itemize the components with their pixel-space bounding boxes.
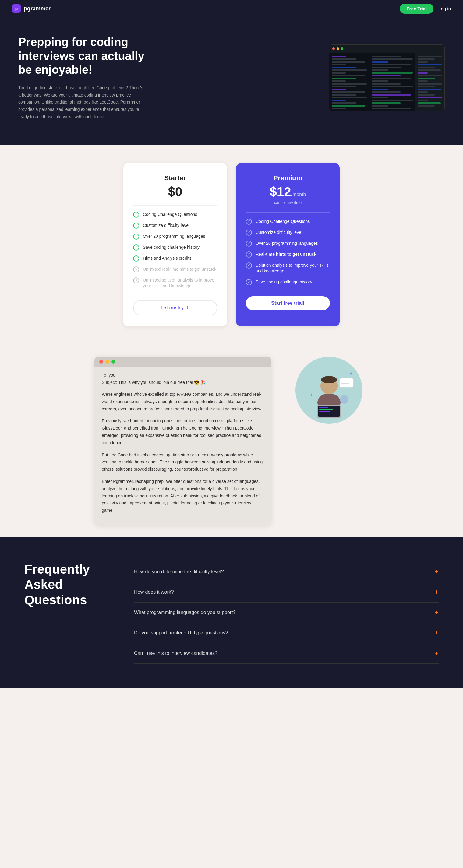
svg-text:+: + <box>310 392 313 397</box>
logo: p pgrammer <box>12 4 51 13</box>
faq-question-3: What programming languages do you suppor… <box>134 610 236 615</box>
feature-label: Solution analysis to improve your skills… <box>256 262 330 274</box>
dot-yellow <box>337 48 339 50</box>
premium-amount: $12 <box>270 185 291 199</box>
premium-feature-history: ✓ Save coding challenge history <box>246 279 330 285</box>
faq-question-2: How does it work? <box>134 589 174 595</box>
feature-label: Hints and Analysis credits <box>143 255 192 261</box>
starter-title: Starter <box>133 174 217 182</box>
nav-actions: Free Trial Log in <box>400 4 451 14</box>
check-icon: ✓ <box>133 212 139 218</box>
email-paragraph-1: We're engineers who've excelled at top F… <box>102 391 264 412</box>
premium-cancel-text: cancel any time <box>246 200 330 205</box>
premium-period: /month <box>291 192 306 197</box>
free-trial-button[interactable]: Free Trial <box>400 4 433 14</box>
screenshot-panel-right <box>415 53 444 111</box>
faq-question-1: How do you determine the difficulty leve… <box>134 569 224 575</box>
premium-cta-button[interactable]: Start free trial! <box>246 296 330 310</box>
screenshot-panel-mid <box>370 53 415 111</box>
svg-rect-9 <box>340 378 353 387</box>
premium-feature-coding: ✓ Coding Challenge Questions <box>246 219 330 225</box>
faq-question-4: Do you support frontend UI type question… <box>134 630 228 636</box>
illustration-circle: + + <box>295 357 363 424</box>
faq-item-5[interactable]: Can I use this to interview candidates? … <box>134 643 439 664</box>
email-subject: Subject: This is why you should join our… <box>102 380 264 385</box>
check-icon: ✓ <box>246 262 252 269</box>
hero-section: Prepping for coding interviews can actua… <box>0 17 463 145</box>
cross-icon: ✕ <box>133 277 139 283</box>
email-paragraph-4: Enter Pgrammer, reshaping prep. We offer… <box>102 478 264 514</box>
cross-icon: ✕ <box>133 267 139 273</box>
faq-question-5: Can I use this to interview candidates? <box>134 651 218 656</box>
svg-text:+: + <box>350 371 352 376</box>
feature-coding-questions: ✓ Coding Challenge Questions <box>133 212 217 218</box>
faq-section: Frequently Asked Questions How do you de… <box>0 537 463 688</box>
starter-cta-button[interactable]: Let me try it! <box>133 300 217 315</box>
feature-difficulty: ✓ Customize difficulty level <box>133 222 217 229</box>
feature-unlimited-analysis: ✕ Unlimited solution analysis to improve… <box>133 277 217 289</box>
feature-hints-credits: ✓ Hints and Analysis credits <box>133 255 217 261</box>
premium-feature-languages: ✓ Over 20 programming languages <box>246 241 330 247</box>
svg-point-2 <box>321 376 337 383</box>
dot-green <box>341 48 343 50</box>
dot-red <box>332 48 335 50</box>
premium-title: Premium <box>246 174 330 182</box>
email-paragraph-2: Previously, we hunted for coding questio… <box>102 417 264 446</box>
faq-plus-icon-2: + <box>435 588 439 596</box>
faq-plus-icon-5: + <box>435 649 439 657</box>
svg-rect-7 <box>319 411 330 412</box>
svg-point-12 <box>340 395 348 404</box>
email-section: To: you Subject: This is why you should … <box>0 345 463 537</box>
email-illustration: + + <box>289 357 369 424</box>
feature-languages: ✓ Over 20 programming languages <box>133 234 217 240</box>
check-icon: ✓ <box>246 241 252 247</box>
svg-rect-5 <box>319 407 328 408</box>
navbar: p pgrammer Free Trial Log in <box>0 0 463 17</box>
login-button[interactable]: Log in <box>438 6 451 11</box>
check-icon: ✓ <box>133 255 139 261</box>
person-illustration: + + <box>301 363 356 418</box>
check-icon: ✓ <box>133 222 139 229</box>
hero-screenshot <box>329 44 445 112</box>
pricing-section: Starter $0 ✓ Coding Challenge Questions … <box>0 145 463 345</box>
check-icon: ✓ <box>246 279 252 285</box>
check-icon: ✓ <box>246 251 252 257</box>
email-paragraph-3: But LeetCode had its challenges - gettin… <box>102 452 264 473</box>
check-icon: ✓ <box>246 229 252 236</box>
hero-title: Prepping for coding interviews can actua… <box>18 35 146 77</box>
faq-plus-icon-4: + <box>435 629 439 637</box>
faq-item-2[interactable]: How does it work? + <box>134 582 439 602</box>
premium-feature-hints: ✓ Real-time hints to get unstuck <box>246 251 330 257</box>
faq-item-3[interactable]: What programming languages do you suppor… <box>134 602 439 623</box>
faq-item-1[interactable]: How do you determine the difficulty leve… <box>134 562 439 582</box>
titlebar-dot-red <box>99 360 103 364</box>
feature-label: Over 20 programming languages <box>143 234 205 240</box>
faq-questions-list: How do you determine the difficulty leve… <box>134 562 439 664</box>
titlebar-dot-green <box>112 360 115 364</box>
premium-feature-difficulty: ✓ Customize difficulty level <box>246 229 330 236</box>
screenshot-titlebar <box>329 45 444 53</box>
feature-label: Save coding challenge history <box>143 245 200 251</box>
feature-history: ✓ Save coding challenge history <box>133 245 217 251</box>
feature-label: Over 20 programming languages <box>256 241 318 247</box>
svg-rect-6 <box>319 409 333 410</box>
premium-divider <box>246 212 330 213</box>
feature-label: Coding Challenge Questions <box>143 212 197 218</box>
feature-label: Customize difficulty level <box>256 229 302 236</box>
feature-unlimited-hints: ✕ Unlimited real-time hints to get unstu… <box>133 267 217 273</box>
premium-price: $12/month <box>246 185 330 199</box>
check-icon: ✓ <box>133 234 139 240</box>
feature-label: Save coding challenge history <box>256 279 312 285</box>
svg-rect-8 <box>319 412 328 413</box>
faq-left-panel: Frequently Asked Questions <box>24 562 110 664</box>
faq-item-4[interactable]: Do you support frontend UI type question… <box>134 623 439 643</box>
starter-amount: $0 <box>168 185 182 199</box>
email-to: To: you <box>102 373 264 377</box>
email-titlebar <box>94 357 271 367</box>
faq-plus-icon-1: + <box>435 568 439 576</box>
logo-icon: p <box>12 4 21 13</box>
check-icon: ✓ <box>133 245 139 251</box>
feature-label: Unlimited real-time hints to get unstuck <box>143 267 216 273</box>
feature-label: Customize difficulty level <box>143 222 190 229</box>
faq-title: Frequently Asked Questions <box>24 562 110 608</box>
